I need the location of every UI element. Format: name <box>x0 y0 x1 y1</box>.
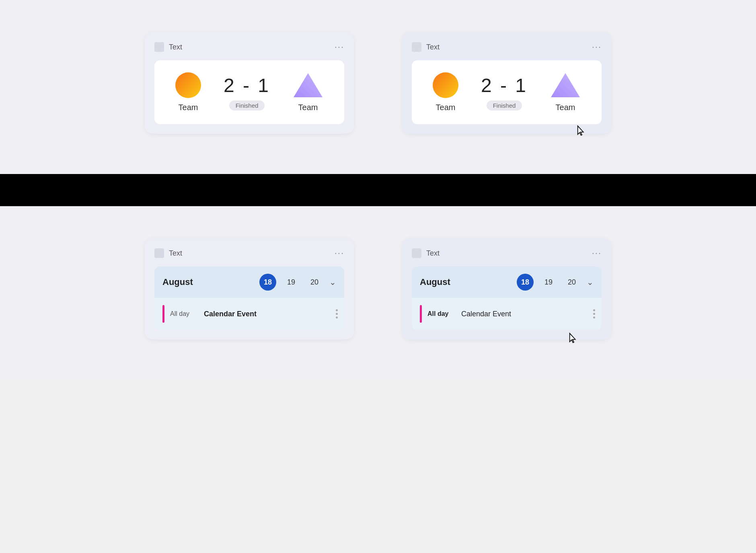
svg-marker-0 <box>294 73 323 97</box>
cal-day-active-1[interactable]: 18 <box>259 274 276 291</box>
status-badge-1: Finished <box>229 100 265 111</box>
cal-event-bar-2 <box>420 305 422 323</box>
more-menu-2[interactable]: ··· <box>592 42 602 52</box>
score-card-1: Text ··· Team 2 - 1 Finished <box>145 32 354 134</box>
top-section: Text ··· Team 2 - 1 Finished <box>0 0 756 174</box>
team1-label-1: Team <box>179 103 198 112</box>
cal-header-square-1 <box>154 248 164 258</box>
more-menu-1[interactable]: ··· <box>335 42 344 52</box>
score-text-2: 2 - 1 <box>481 74 528 96</box>
cal-card-title-1: Text <box>169 249 182 258</box>
cal-header-row-2: August 18 19 20 ⌄ <box>412 266 602 298</box>
score-inner-2: Team 2 - 1 Finished Team <box>412 60 602 124</box>
cal-month-1: August <box>162 277 253 287</box>
score-center-1: 2 - 1 Finished <box>224 74 270 111</box>
card-title-2: Text <box>426 43 440 51</box>
svg-marker-1 <box>551 73 580 97</box>
cal-day-20-2[interactable]: 20 <box>563 274 580 291</box>
cal-allday-2: All day <box>427 310 456 317</box>
cal-card-title-2: Text <box>426 249 440 258</box>
card-header-left-2: Text <box>412 42 440 52</box>
team1-block-1: Team <box>175 72 201 112</box>
cal-chevron-2[interactable]: ⌄ <box>587 277 594 287</box>
cal-card-header-1: Text ··· <box>154 248 344 258</box>
cursor-icon-bottom <box>568 332 579 345</box>
cal-inner-2: August 18 19 20 ⌄ All day Calendar Event <box>412 266 602 330</box>
cal-month-2: August <box>420 277 510 287</box>
cal-event-row-2[interactable]: All day Calendar Event <box>412 298 602 330</box>
score-card-2: Text ··· Team 2 - 1 Finished <box>402 32 611 134</box>
cal-header-row-1: August 18 19 20 ⌄ <box>154 266 344 298</box>
cal-header-square-2 <box>412 248 421 258</box>
cal-event-bar-1 <box>162 305 164 323</box>
score-text-1: 2 - 1 <box>224 74 270 96</box>
score-inner-1: Team 2 - 1 Finished Team <box>154 60 344 124</box>
cal-card-header-2: Text ··· <box>412 248 602 258</box>
card-header-left-1: Text <box>154 42 182 52</box>
cal-event-more-1[interactable] <box>336 309 338 319</box>
cal-event-more-2[interactable] <box>593 309 595 319</box>
cal-card-header-left-2: Text <box>412 248 440 258</box>
cal-event-title-2: Calendar Event <box>461 310 511 318</box>
team2-label-2: Team <box>556 103 575 112</box>
cal-allday-1: All day <box>170 310 198 317</box>
cal-inner-1: August 18 19 20 ⌄ All day Calendar Event <box>154 266 344 330</box>
bottom-section: Text ··· August 18 19 20 ⌄ All day Calen… <box>0 206 756 380</box>
cal-chevron-1[interactable]: ⌄ <box>329 277 336 287</box>
cal-card-header-left-1: Text <box>154 248 182 258</box>
card-header-1: Text ··· <box>154 42 344 52</box>
team2-block-2: Team <box>550 72 581 112</box>
cursor-icon-top <box>576 125 587 138</box>
team2-icon-1 <box>293 72 323 98</box>
cal-event-row-1[interactable]: All day Calendar Event <box>154 298 344 330</box>
cal-more-menu-2[interactable]: ··· <box>592 248 602 258</box>
team1-icon-1 <box>175 72 201 98</box>
status-badge-2: Finished <box>487 100 522 111</box>
team1-icon-2 <box>433 72 458 98</box>
cal-day-active-2[interactable]: 18 <box>517 274 534 291</box>
card-title-1: Text <box>169 43 182 51</box>
cal-card-1: Text ··· August 18 19 20 ⌄ All day Calen… <box>145 238 354 340</box>
cal-day-19-1[interactable]: 19 <box>283 274 300 291</box>
cal-day-20-1[interactable]: 20 <box>306 274 323 291</box>
header-square-2 <box>412 42 421 52</box>
black-divider <box>0 174 756 206</box>
score-center-2: 2 - 1 Finished <box>481 74 528 111</box>
header-square-1 <box>154 42 164 52</box>
team2-label-1: Team <box>298 103 318 112</box>
team1-label-2: Team <box>436 103 456 112</box>
team2-block-1: Team <box>293 72 323 112</box>
cal-event-title-1: Calendar Event <box>204 310 257 318</box>
cal-card-2: Text ··· August 18 19 20 ⌄ All day Calen… <box>402 238 611 340</box>
team2-icon-2 <box>550 72 581 98</box>
cal-day-19-2[interactable]: 19 <box>540 274 557 291</box>
cal-more-menu-1[interactable]: ··· <box>335 248 344 258</box>
team1-block-2: Team <box>433 72 458 112</box>
card-header-2: Text ··· <box>412 42 602 52</box>
